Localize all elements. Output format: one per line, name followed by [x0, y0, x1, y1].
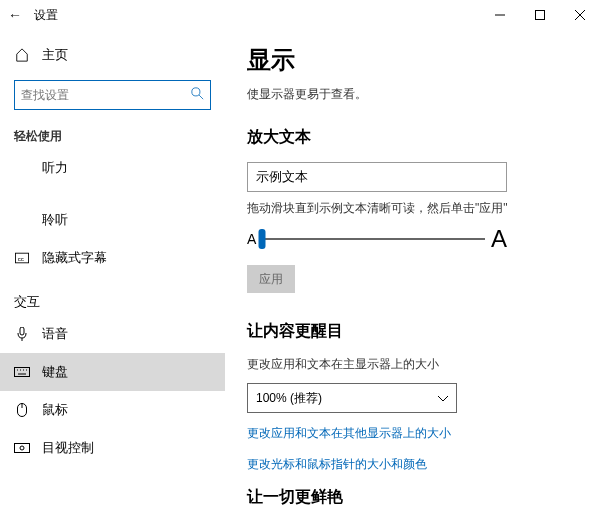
home-button[interactable]: 主页 [0, 38, 225, 72]
sample-text-box: 示例文本 [247, 162, 507, 192]
nav-audio[interactable]: 聆听 [0, 201, 225, 239]
close-button[interactable] [560, 0, 600, 30]
slider-thumb[interactable] [259, 229, 266, 249]
page-title: 显示 [247, 44, 578, 76]
svg-text:cc: cc [18, 255, 24, 262]
section-content-prominent: 让内容更醒目 [247, 321, 578, 342]
nav-eye-control[interactable]: 目视控制 [0, 429, 225, 467]
nav-keyboard[interactable]: 键盘 [0, 353, 225, 391]
maximize-button[interactable] [520, 0, 560, 30]
slider-track[interactable] [262, 238, 485, 240]
nav-speech[interactable]: 语音 [0, 315, 225, 353]
mouse-icon [14, 403, 30, 417]
link-other-display-scale[interactable]: 更改应用和文本在其他显示器上的大小 [247, 425, 578, 442]
eye-icon [14, 443, 30, 453]
nav-label: 听力 [42, 159, 68, 177]
section-vivid: 让一切更鲜艳 [247, 487, 578, 508]
category-label: 交互 [14, 293, 40, 311]
nav-label: 键盘 [42, 363, 68, 381]
svg-point-19 [20, 446, 24, 450]
section-magnify-text: 放大文本 [247, 127, 578, 148]
titlebar: ← 设置 [0, 0, 600, 30]
nav-label: 目视控制 [42, 439, 94, 457]
home-icon [14, 48, 30, 62]
nav-hearing[interactable]: 听力 [0, 149, 225, 187]
text-size-slider[interactable]: A A [247, 225, 507, 253]
slider-max-label: A [491, 225, 507, 253]
apply-button[interactable]: 应用 [247, 265, 295, 293]
slider-min-label: A [247, 231, 256, 247]
nav-mouse[interactable]: 鼠标 [0, 391, 225, 429]
window-title: 设置 [34, 7, 58, 24]
svg-rect-18 [15, 444, 30, 453]
svg-rect-1 [536, 11, 545, 20]
search-icon [191, 87, 204, 103]
nav-label: 聆听 [42, 211, 68, 229]
scale-dropdown[interactable]: 100% (推荐) [247, 383, 457, 413]
back-button[interactable]: ← [0, 0, 30, 30]
keyboard-icon [14, 367, 30, 377]
scale-description: 更改应用和文本在主显示器上的大小 [247, 356, 578, 373]
nav-label: 语音 [42, 325, 68, 343]
microphone-icon [14, 327, 30, 341]
search-input[interactable] [14, 80, 211, 110]
category-ease-of-access: 轻松使用 [0, 118, 225, 149]
sidebar: 主页 轻松使用 听力 聆听 cc 隐藏式字幕 交互 [0, 30, 225, 523]
cc-icon: cc [14, 252, 30, 264]
minimize-button[interactable] [480, 0, 520, 30]
svg-rect-8 [20, 327, 24, 335]
link-cursor-size[interactable]: 更改光标和鼠标指针的大小和颜色 [247, 456, 578, 473]
svg-line-5 [199, 95, 203, 99]
svg-rect-10 [15, 368, 30, 377]
nav-closed-caption[interactable]: cc 隐藏式字幕 [0, 239, 225, 277]
nav-label: 鼠标 [42, 401, 68, 419]
nav-label: 隐藏式字幕 [42, 249, 107, 267]
search-field[interactable] [21, 88, 191, 102]
page-subtitle: 使显示器更易于查看。 [247, 86, 578, 103]
scale-value: 100% (推荐) [256, 390, 322, 407]
category-interaction: 交互 [0, 277, 225, 315]
home-label: 主页 [42, 46, 68, 64]
main-content: 显示 使显示器更易于查看。 放大文本 示例文本 拖动滑块直到示例文本清晰可读，然… [225, 30, 600, 523]
slider-hint: 拖动滑块直到示例文本清晰可读，然后单击"应用" [247, 200, 578, 217]
svg-point-4 [192, 88, 200, 96]
chevron-down-icon [438, 391, 448, 405]
sample-text: 示例文本 [256, 168, 308, 186]
